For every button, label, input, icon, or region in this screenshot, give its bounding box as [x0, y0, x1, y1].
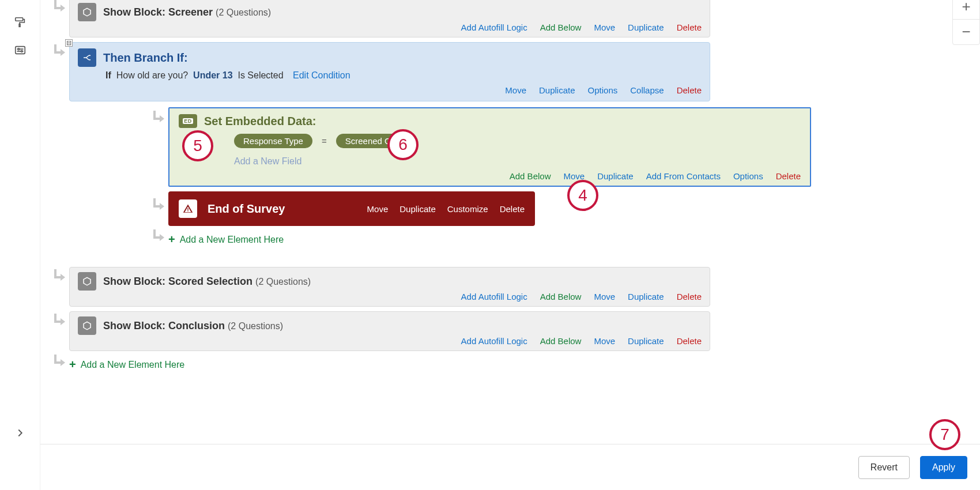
- warning-icon: [179, 199, 197, 218]
- block-screener: Show Block: Screener (2 Questions) Add A…: [69, 0, 710, 37]
- delete-button[interactable]: Delete: [677, 85, 702, 95]
- embedded-actions: Add Below Move Duplicate Add From Contac…: [179, 169, 801, 182]
- duplicate-button[interactable]: Duplicate: [399, 204, 436, 214]
- flow-arrow-icon: [53, 355, 67, 371]
- block-actions: Add Autofill Logic Add Below Move Duplic…: [78, 335, 702, 348]
- plus-icon: +: [168, 233, 175, 246]
- eos-actions: Move Duplicate Customize Delete: [367, 204, 525, 214]
- chevron-right-icon[interactable]: [14, 427, 27, 439]
- flow-arrow-icon: [152, 229, 166, 246]
- customize-button[interactable]: Customize: [447, 204, 488, 214]
- flow-arrow-icon: [53, 0, 67, 16]
- cube-icon: [78, 316, 96, 335]
- collapse-toggle-icon[interactable]: ⊟: [65, 39, 73, 47]
- svg-point-4: [21, 50, 22, 52]
- move-button[interactable]: Move: [563, 171, 585, 181]
- embedded-field-value[interactable]: Screened Out: [336, 134, 408, 148]
- options-button[interactable]: Options: [588, 85, 618, 95]
- delete-button[interactable]: Delete: [677, 22, 702, 32]
- add-new-element-button[interactable]: + Add a New Element Here: [168, 229, 970, 250]
- cube-icon: [78, 3, 96, 21]
- svg-rect-1: [19, 24, 20, 27]
- duplicate-button[interactable]: Duplicate: [628, 292, 664, 301]
- flow-arrow-icon: [152, 198, 166, 214]
- flow-arrow-icon: [53, 269, 67, 285]
- cube-icon: [78, 272, 96, 291]
- duplicate-button[interactable]: Duplicate: [597, 171, 634, 181]
- delete-button[interactable]: Delete: [677, 292, 702, 301]
- embedded-data-icon: ED: [179, 114, 197, 128]
- options-button[interactable]: Options: [733, 171, 763, 181]
- sliders-icon[interactable]: [14, 44, 27, 56]
- block-actions: Add Autofill Logic Add Below Move Duplic…: [78, 21, 702, 35]
- collapse-button[interactable]: Collapse: [630, 85, 664, 95]
- embedded-data-title: Set Embedded Data:: [204, 115, 316, 128]
- delete-button[interactable]: Delete: [500, 204, 525, 214]
- duplicate-button[interactable]: Duplicate: [628, 22, 664, 32]
- eos-title: End of Survey: [208, 202, 357, 216]
- add-autofill-logic-button[interactable]: Add Autofill Logic: [461, 22, 527, 32]
- add-new-field-button[interactable]: Add a New Field: [234, 156, 801, 167]
- block-title: Show Block: Screener (2 Questions): [103, 6, 271, 18]
- flow-arrow-icon: [53, 314, 67, 330]
- branch-actions: Move Duplicate Options Collapse Delete: [78, 84, 702, 97]
- plus-icon: +: [69, 358, 76, 371]
- svg-rect-0: [15, 18, 22, 21]
- revert-button[interactable]: Revert: [858, 456, 910, 479]
- block-actions: Add Autofill Logic Add Below Move Duplic…: [78, 291, 702, 304]
- duplicate-button[interactable]: Duplicate: [539, 85, 575, 95]
- branch-block: ⊟ Then Branch If: If How old are you? Un…: [69, 42, 710, 101]
- apply-button[interactable]: Apply: [920, 456, 967, 479]
- block-title: Show Block: Conclusion (2 Questions): [103, 320, 283, 332]
- add-autofill-logic-button[interactable]: Add Autofill Logic: [461, 336, 527, 346]
- add-below-button[interactable]: Add Below: [540, 22, 582, 32]
- branch-condition: If How old are you? Under 13 Is Selected…: [78, 67, 702, 84]
- move-button[interactable]: Move: [594, 336, 615, 346]
- flow-arrow-icon: [53, 44, 67, 61]
- embedded-field-name[interactable]: Response Type: [234, 134, 312, 148]
- branch-title: Then Branch If:: [103, 51, 188, 65]
- embedded-data-block: ED Set Embedded Data: Response Type = Sc…: [168, 107, 811, 187]
- add-below-button[interactable]: Add Below: [540, 292, 582, 301]
- flow-arrow-icon: [152, 111, 166, 127]
- left-rail: [0, 0, 40, 490]
- block-conclusion: Show Block: Conclusion (2 Questions) Add…: [69, 311, 710, 351]
- move-button[interactable]: Move: [594, 292, 615, 301]
- footer: Revert Apply 7: [40, 444, 980, 490]
- move-button[interactable]: Move: [367, 204, 389, 214]
- end-of-survey-block: End of Survey Move Duplicate Customize D…: [168, 191, 535, 226]
- move-button[interactable]: Move: [594, 22, 615, 32]
- branch-icon: [78, 48, 96, 67]
- svg-rect-2: [15, 47, 25, 54]
- block-scored-selection: Show Block: Scored Selection (2 Question…: [69, 267, 710, 307]
- add-from-contacts-button[interactable]: Add From Contacts: [646, 171, 721, 181]
- paint-roller-icon[interactable]: [14, 16, 27, 29]
- edit-condition-button[interactable]: Edit Condition: [293, 70, 350, 80]
- move-button[interactable]: Move: [505, 85, 526, 95]
- add-below-button[interactable]: Add Below: [540, 336, 582, 346]
- block-title: Show Block: Scored Selection (2 Question…: [103, 276, 311, 288]
- add-new-element-button[interactable]: + Add a New Element Here: [69, 355, 970, 375]
- add-below-button[interactable]: Add Below: [510, 171, 551, 181]
- delete-button[interactable]: Delete: [776, 171, 801, 181]
- delete-button[interactable]: Delete: [677, 336, 702, 346]
- add-autofill-logic-button[interactable]: Add Autofill Logic: [461, 292, 527, 301]
- equals-sign: =: [322, 136, 327, 146]
- svg-point-3: [17, 48, 19, 50]
- duplicate-button[interactable]: Duplicate: [628, 336, 664, 346]
